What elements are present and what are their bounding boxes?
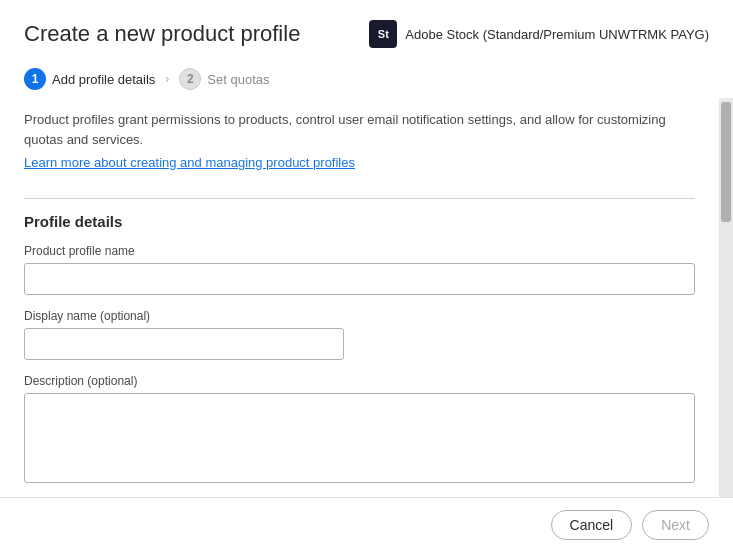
content-area: Product profiles grant permissions to pr…	[0, 98, 733, 497]
description-label: Description (optional)	[24, 374, 695, 388]
cancel-button[interactable]: Cancel	[551, 510, 633, 540]
org-icon: St	[369, 20, 397, 48]
description-input[interactable]	[24, 393, 695, 483]
info-description: Product profiles grant permissions to pr…	[24, 110, 695, 149]
learn-more-link[interactable]: Learn more about creating and managing p…	[24, 155, 355, 170]
step-2-circle: 2	[179, 68, 201, 90]
profile-details-title: Profile details	[24, 213, 695, 230]
modal-header: Create a new product profile St Adobe St…	[0, 0, 733, 60]
step-2: 2 Set quotas	[179, 68, 269, 90]
scrollbar-thumb[interactable]	[721, 102, 731, 222]
product-profile-name-input[interactable]	[24, 263, 695, 295]
modal-container: Create a new product profile St Adobe St…	[0, 0, 733, 552]
main-content: Product profiles grant permissions to pr…	[0, 98, 719, 497]
step-1-circle: 1	[24, 68, 46, 90]
step-chevron: ›	[165, 72, 169, 86]
steps-bar: 1 Add profile details › 2 Set quotas	[0, 60, 733, 98]
display-name-label: Display name (optional)	[24, 309, 695, 323]
product-profile-name-label: Product profile name	[24, 244, 695, 258]
page-title: Create a new product profile	[24, 21, 300, 47]
display-name-group: Display name (optional)	[24, 309, 695, 360]
modal-footer: Cancel Next	[0, 497, 733, 552]
next-button[interactable]: Next	[642, 510, 709, 540]
step-1: 1 Add profile details	[24, 68, 155, 90]
display-name-input[interactable]	[24, 328, 344, 360]
org-name: Adobe Stock (Standard/Premium UNWTRMK PA…	[405, 27, 709, 42]
section-divider	[24, 198, 695, 199]
scrollbar-track[interactable]	[719, 98, 733, 497]
step-1-label: Add profile details	[52, 72, 155, 87]
org-badge: St Adobe Stock (Standard/Premium UNWTRMK…	[369, 20, 709, 48]
product-profile-name-group: Product profile name	[24, 244, 695, 295]
description-group: Description (optional)	[24, 374, 695, 487]
step-2-label: Set quotas	[207, 72, 269, 87]
